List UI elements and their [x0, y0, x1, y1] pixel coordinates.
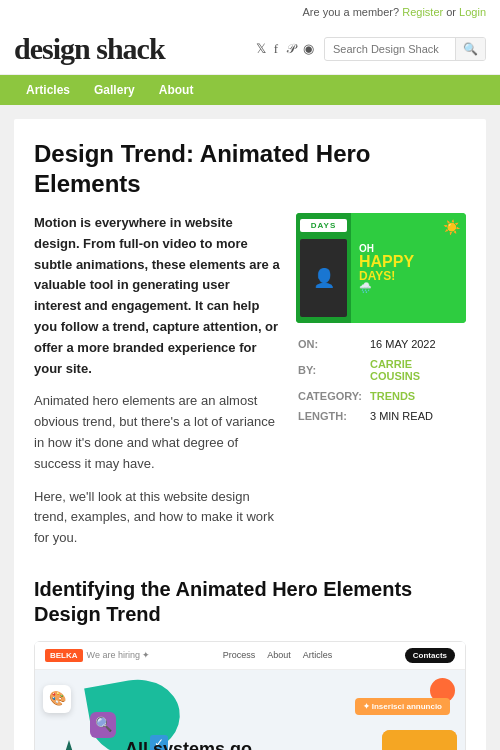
belka-logo: BELKA [45, 649, 83, 662]
meta-table: ON: 16 MAY 2022 BY: CARRIE COUSINS CATEG… [296, 333, 466, 427]
oh-happy-days-graphic: DAYS ☀️ OH HAPPY DAYS! 🌧️ [296, 213, 466, 323]
belka-hiring: We are hiring ✦ [87, 650, 151, 660]
meta-on-value: 16 MAY 2022 [370, 335, 464, 353]
search-box: 🔍 [324, 37, 486, 61]
belka-nav: Process About Articles [158, 650, 396, 660]
topbar-text: Are you a member? [303, 6, 400, 18]
logo-part1: design [14, 32, 90, 65]
article-body-1: Animated hero elements are an almost obv… [34, 391, 280, 474]
belka-main-text: All systems go. [125, 740, 257, 750]
nav-item-about[interactable]: About [147, 75, 206, 105]
hero-image: DAYS ☀️ OH HAPPY DAYS! 🌧️ [296, 213, 466, 323]
belka-topbar: BELKA We are hiring ✦ Process About Arti… [35, 642, 465, 670]
happy-text: HAPPY [359, 254, 414, 270]
belka-image: BELKA We are hiring ✦ Process About Arti… [34, 641, 466, 750]
meta-on-label: ON: [298, 335, 368, 353]
rss-icon[interactable]: ◉ [303, 41, 314, 57]
facebook-icon[interactable]: f [274, 41, 278, 57]
social-icons: 𝕏 f 𝒫 ◉ [256, 41, 314, 57]
meta-category-value: TRENDS [370, 390, 415, 402]
belka-contact-btn[interactable]: Contacts [405, 648, 455, 663]
search-purple-icon: 🔍 [90, 712, 116, 738]
belka-logo-area: BELKA We are hiring ✦ [45, 649, 150, 662]
belka-image-block: BELKA We are hiring ✦ Process About Arti… [34, 641, 466, 750]
star-shape [47, 740, 91, 750]
article-body-2: Here, we'll look at this website design … [34, 487, 280, 549]
ad-card[interactable]: ✦ Inserisci annuncio [355, 698, 450, 715]
twitter-icon[interactable]: 𝕏 [256, 41, 266, 57]
meta-row-by: BY: CARRIE COUSINS [298, 355, 464, 385]
logo-part2: shack [96, 32, 164, 65]
meta-row-category: CATEGORY: TRENDS [298, 387, 464, 405]
meta-row-on: ON: 16 MAY 2022 [298, 335, 464, 353]
register-link[interactable]: Register [402, 6, 443, 18]
oh-text: OH [359, 244, 374, 254]
belka-nav-process: Process [223, 650, 256, 660]
belka-nav-about: About [267, 650, 291, 660]
meta-length-value: 3 MIN READ [370, 407, 464, 425]
header: design shack 𝕏 f 𝒫 ◉ 🔍 [0, 24, 500, 75]
sneaker-image: 👟 [382, 730, 457, 750]
days-left-panel: DAYS [296, 213, 351, 323]
pinterest-icon[interactable]: 𝒫 [286, 41, 295, 57]
meta-by-link[interactable]: CARRIE COUSINS [370, 358, 420, 382]
days-right-panel: ☀️ OH HAPPY DAYS! 🌧️ [351, 213, 466, 323]
rain-icon: 🌧️ [359, 282, 371, 293]
hero-row: Motion is everywhere in website design. … [34, 213, 466, 561]
belka-nav-articles: Articles [303, 650, 333, 660]
figma-icon: 🎨 [43, 685, 71, 713]
search-button[interactable]: 🔍 [455, 38, 485, 60]
sneaker-card: 👟 Scarpa da ginnastica [382, 730, 457, 750]
search-input[interactable] [325, 39, 455, 59]
belka-body: ✦ Inserisci annuncio 🎨 🔍 ✓ All systems g… [35, 670, 465, 750]
article-intro: Motion is everywhere in website design. … [34, 213, 280, 379]
article-title: Design Trend: Animated Hero Elements [34, 139, 466, 199]
nav-item-gallery[interactable]: Gallery [82, 75, 147, 105]
meta-category-label: CATEGORY: [298, 387, 368, 405]
days-badge: DAYS [300, 219, 347, 232]
hero-image-meta: DAYS ☀️ OH HAPPY DAYS! 🌧️ ON: 16 M [296, 213, 466, 561]
section-heading: Identifying the Animated Hero Elements D… [34, 577, 466, 627]
main-content: Design Trend: Animated Hero Elements Mot… [14, 119, 486, 750]
sun-icon: ☀️ [443, 219, 460, 236]
login-link[interactable]: Login [459, 6, 486, 18]
logo: design shack [14, 32, 256, 66]
meta-by-label: BY: [298, 355, 368, 385]
navigation: Articles Gallery About [0, 75, 500, 105]
days-figure [300, 239, 347, 317]
days-text-label: DAYS! [359, 270, 395, 282]
nav-item-articles[interactable]: Articles [14, 75, 82, 105]
meta-length-label: LENGTH: [298, 407, 368, 425]
top-bar: Are you a member? Register or Login [0, 0, 500, 24]
hero-text: Motion is everywhere in website design. … [34, 213, 280, 561]
meta-row-length: LENGTH: 3 MIN READ [298, 407, 464, 425]
topbar-or: or [446, 6, 459, 18]
